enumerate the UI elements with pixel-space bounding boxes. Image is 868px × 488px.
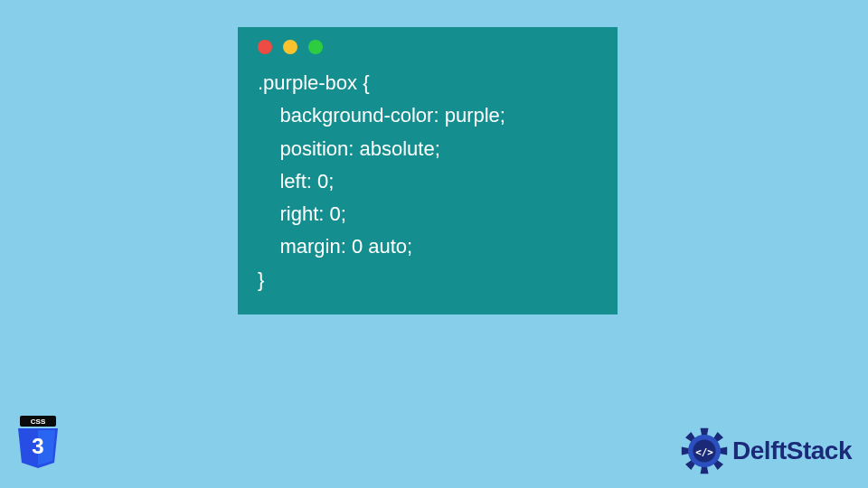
minimize-icon (283, 40, 297, 54)
code-block: .purple-box { background-color: purple; … (254, 67, 601, 296)
code-window: .purple-box { background-color: purple; … (238, 27, 618, 314)
brand-logo: </> DelftStack (680, 427, 852, 475)
brand-name: DelftStack (732, 436, 852, 465)
code-line: left: 0; (258, 170, 334, 192)
window-controls (254, 40, 601, 54)
svg-text:</>: </> (695, 446, 713, 458)
code-line: position: absolute; (258, 137, 440, 160)
maximize-icon (308, 40, 323, 54)
code-line: } (258, 268, 264, 291)
css-badge-main: 3 (32, 434, 43, 458)
code-line: .purple-box { (258, 71, 370, 94)
code-line: right: 0; (258, 202, 346, 225)
close-icon (258, 40, 272, 54)
code-line: background-color: purple; (258, 104, 505, 127)
css3-logo-icon: CSS 3 (16, 416, 60, 474)
css-badge-top: CSS (31, 418, 46, 426)
gear-icon: </> (680, 427, 729, 475)
code-line: margin: 0 auto; (258, 235, 412, 258)
